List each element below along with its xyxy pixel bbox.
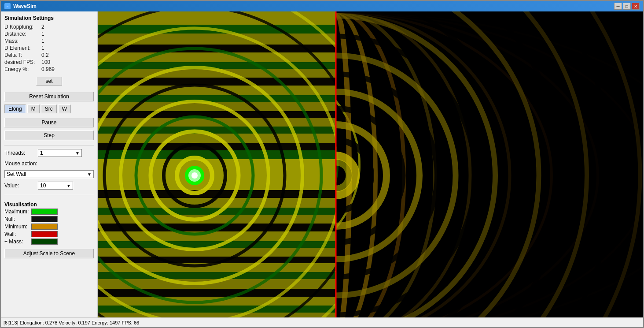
svg-rect-78: [98, 52, 336, 62]
mass-value: 1: [41, 38, 94, 44]
reset-simulation-button[interactable]: Reset Simulation: [4, 92, 94, 101]
vis-maximum-label: Maximum:: [4, 209, 29, 215]
mouse-action-row: Mouse action:: [4, 160, 94, 167]
distance-value: 1: [41, 31, 94, 37]
vis-minimum-label: Minimum:: [4, 224, 29, 230]
vis-mass-swatch[interactable]: [31, 239, 58, 245]
value-row: Value: 10 ▼: [4, 182, 94, 190]
mouse-action-label: Mouse action:: [4, 160, 37, 167]
threads-row: Threads: 1 ▼: [4, 149, 94, 157]
vis-minimum-swatch[interactable]: [31, 224, 58, 230]
svg-rect-99: [98, 248, 336, 257]
mouse-action-arrow: ▼: [87, 172, 92, 177]
status-text: [6[113] Elongation: 0.278 Velocity: 0.19…: [4, 320, 139, 325]
step-button[interactable]: Step: [4, 130, 94, 140]
delta-t-label: Delta T:: [4, 52, 40, 58]
value-label: Value:: [4, 183, 35, 189]
vis-maximum-swatch[interactable]: [31, 209, 58, 215]
adjust-scale-button[interactable]: Adjust Scale to Scene: [4, 249, 94, 258]
energy-label: Energy %:: [4, 66, 40, 72]
w-button[interactable]: W: [58, 104, 71, 113]
set-button[interactable]: set: [36, 77, 62, 86]
settings-section-label: Simulation Settings: [4, 15, 94, 21]
mouse-action-value: Set Wall: [7, 171, 26, 177]
vis-wall: Wall:: [4, 231, 94, 237]
threads-value: 1: [40, 150, 43, 156]
visualisation-section: Visualisation Maximum: Null: Minimum: Wa…: [4, 201, 94, 260]
wave-visualization: [98, 11, 643, 317]
threads-label: Threads:: [4, 150, 35, 156]
vis-null: Null:: [4, 216, 94, 222]
minimize-button[interactable]: ─: [614, 3, 622, 10]
svg-rect-81: [98, 78, 336, 86]
m-button[interactable]: M: [27, 104, 40, 113]
sidebar: Simulation Settings D Kopplung: 2 Distan…: [1, 11, 98, 317]
d-kopplung-label: D Kopplung:: [4, 24, 40, 30]
desired-fps-label: desired FPS:: [4, 59, 40, 65]
elong-button[interactable]: Elong: [4, 104, 26, 113]
d-element-value: 1: [41, 45, 94, 51]
value-dropdown[interactable]: 10 ▼: [38, 182, 73, 190]
d-kopplung-value: 2: [41, 24, 94, 30]
window-title: WaveSim: [13, 3, 37, 9]
vis-wall-label: Wall:: [4, 231, 29, 237]
value-dropdown-arrow: ▼: [66, 183, 71, 188]
vis-section-label: Visualisation: [4, 201, 94, 208]
settings-grid: D Kopplung: 2 Distance: 1 Mass: 1 D Elem…: [4, 24, 94, 72]
vis-wall-swatch[interactable]: [31, 231, 58, 237]
threads-dropdown[interactable]: 1 ▼: [38, 149, 82, 157]
svg-rect-107: [98, 313, 336, 317]
mode-buttons: Elong M Src W: [4, 104, 94, 113]
svg-rect-85: [98, 111, 336, 118]
app-icon: ~: [4, 3, 11, 9]
d-element-label: D Element:: [4, 45, 40, 51]
vis-mass: + Mass:: [4, 239, 94, 245]
mass-label: Mass:: [4, 38, 40, 44]
vis-minimum: Minimum:: [4, 224, 94, 230]
vis-maximum: Maximum:: [4, 209, 94, 215]
vis-null-label: Null:: [4, 216, 29, 222]
vis-null-swatch[interactable]: [31, 216, 58, 222]
desired-fps-value: 100: [41, 59, 94, 65]
svg-point-123: [191, 172, 198, 179]
maximize-button[interactable]: □: [623, 3, 631, 10]
distance-label: Distance:: [4, 31, 40, 37]
close-button[interactable]: ✕: [632, 3, 640, 10]
vis-mass-label: + Mass:: [4, 239, 29, 245]
src-button[interactable]: Src: [41, 104, 57, 113]
energy-value: 0.969: [41, 66, 94, 72]
delta-t-value: 0.2: [41, 52, 94, 58]
mouse-action-dropdown[interactable]: Set Wall ▼: [4, 170, 94, 178]
threads-dropdown-arrow: ▼: [75, 151, 80, 156]
simulation-canvas[interactable]: [98, 11, 643, 317]
pause-button[interactable]: Pause: [4, 118, 94, 127]
svg-rect-104: [98, 289, 336, 297]
value-value: 10: [40, 183, 46, 189]
svg-rect-97: [98, 231, 336, 241]
svg-rect-83: [98, 95, 336, 102]
status-bar: [6[113] Elongation: 0.278 Velocity: 0.19…: [1, 317, 643, 327]
